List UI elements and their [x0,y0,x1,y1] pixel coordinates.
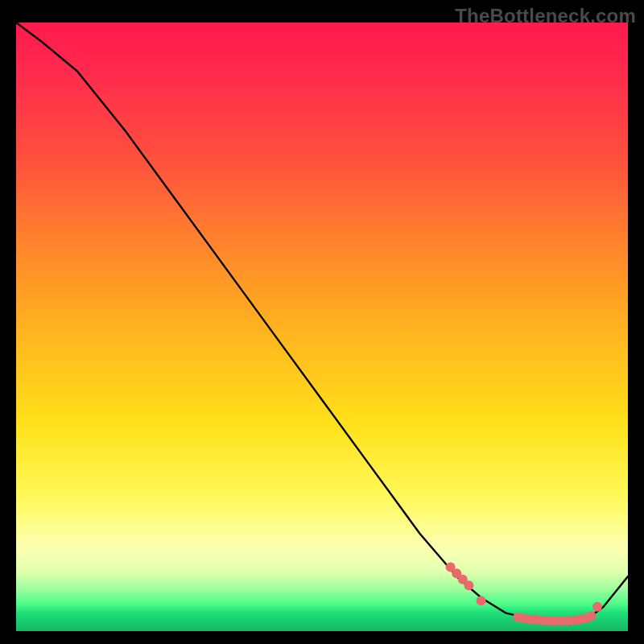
chart-frame: TheBottleneck.com [0,0,644,644]
curve-marker-dot [464,580,473,590]
curve-markers [446,563,602,626]
curve-svg [16,23,628,631]
curve-marker-dot [477,596,486,605]
plot-area [16,23,628,631]
bottleneck-curve [16,23,628,621]
curve-marker-dot [586,611,596,621]
curve-marker-dot [592,602,602,612]
